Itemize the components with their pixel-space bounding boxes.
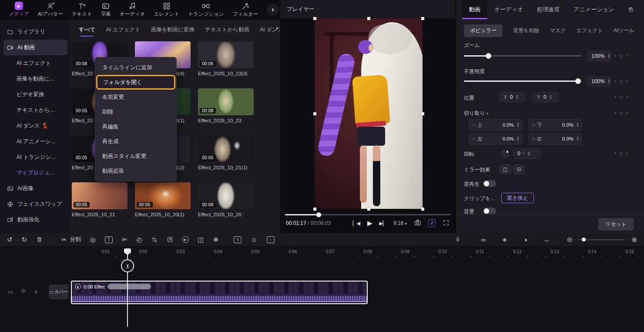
next-frame-button[interactable]: ▶▏ — [379, 221, 386, 226]
crop-keyframe-controls[interactable]: ‹◇› — [614, 110, 627, 116]
sidebar-item-image-to-video[interactable]: 画像を動画に... — [3, 71, 67, 87]
freeze-frame-icon[interactable]: ❄ — [213, 236, 219, 244]
rotate-value[interactable]: 0 ° ▲▼ — [513, 148, 540, 159]
tab-animation[interactable]: アニメーション — [567, 0, 621, 19]
tab-all[interactable]: すべて — [79, 26, 95, 34]
nav-elements[interactable]: エレメント — [149, 2, 184, 17]
sidebar-item-my-projects[interactable]: マイプロジェ... — [3, 165, 67, 181]
ripple-delete-icon[interactable]: ✄ — [122, 236, 127, 244]
nav-media[interactable]: ▶ メディア — [4, 2, 34, 17]
selection-handle[interactable] — [367, 17, 370, 20]
media-item[interactable]: 00:08 Effect_2025_10_20 — [198, 182, 261, 229]
media-item[interactable]: 00:06 Effect_2025_10_23(3) — [198, 41, 261, 88]
crop-icon[interactable] — [151, 237, 158, 243]
sidebar-item-ai-effect[interactable]: AI エフェクト — [3, 55, 67, 71]
rotate-keyframe-controls[interactable]: ‹◇› — [614, 150, 627, 156]
flip-horizontal-icon[interactable]: ◫ — [500, 164, 511, 174]
stepper-icon[interactable]: ▲▼ — [517, 136, 520, 141]
crop-left-field[interactable]: □左 0.0%▲▼ — [469, 133, 522, 144]
redo-icon[interactable]: ↻ — [22, 236, 27, 244]
crop-right-field[interactable]: □右 0.0%▲▼ — [529, 133, 582, 144]
menu-item-regenerate[interactable]: 再生成 — [95, 134, 176, 149]
previous-frame-button[interactable]: ▏◀ — [353, 221, 360, 226]
position-keyframe-controls[interactable]: ‹◇› — [614, 94, 627, 100]
media-item[interactable]: 00:08 Effect_2025_10_23 — [198, 88, 261, 135]
target-icon[interactable]: ◎ — [90, 236, 96, 244]
sidebar-item-ai-transition[interactable]: AI トランジシ... — [3, 149, 67, 165]
media-item[interactable]: 00:05 Effect_2025_10_20(1) — [135, 182, 198, 229]
video-preview[interactable] — [315, 18, 423, 209]
export-frame-icon[interactable] — [167, 236, 173, 243]
track-options-icon[interactable]: ▭ — [8, 288, 13, 295]
tab-image-to-video[interactable]: 画像を動画に変換 — [151, 26, 195, 34]
rotate-knob[interactable] — [501, 150, 509, 158]
background-toggle[interactable] — [483, 208, 496, 215]
selection-handle[interactable] — [313, 208, 316, 211]
timeline-ruler[interactable]: 0:01 0:02 0:03 0:04 0:05 0:06 0:07 0:08 … — [0, 247, 644, 257]
delete-icon[interactable] — [36, 236, 43, 243]
subtab-effect[interactable]: エフェクト — [576, 27, 603, 34]
nav-filters[interactable]: フィルター — [228, 2, 263, 17]
nav-transitions[interactable]: トランジション — [184, 2, 228, 17]
chroma-key-icon[interactable]: ◑ — [523, 236, 527, 243]
stepper-icon[interactable]: ▲▼ — [527, 151, 530, 156]
crop-top-field[interactable]: □上 0.0%▲▼ — [469, 119, 522, 131]
crop-label[interactable]: 切り取り ▾ — [464, 110, 488, 117]
split-button[interactable]: ✂分割 — [61, 236, 81, 244]
tabs-more-chevron-icon[interactable]: › — [276, 24, 278, 31]
stepper-icon[interactable]: ▲▼ — [576, 122, 579, 127]
grid-overlay-icon[interactable]: # — [428, 219, 436, 227]
tab-text-to-video[interactable]: テキストから動画 — [205, 26, 249, 34]
sidebar-item-ai-dance[interactable]: AI ダンス 💃 — [3, 118, 67, 134]
crop-bottom-field[interactable]: □下 0.0%▲▼ — [529, 119, 582, 131]
marker-tool-icon[interactable]: t — [234, 236, 242, 243]
replace-button[interactable]: 置き換え — [501, 193, 534, 203]
mute-track-icon[interactable]: ♬ — [34, 288, 39, 295]
split-cursor-icon[interactable]: ✂ — [121, 259, 134, 272]
sidebar-item-video-enhance[interactable]: 動画強化 — [3, 212, 67, 228]
selection-handle[interactable] — [367, 208, 370, 211]
menu-item-reedit[interactable]: 再編集 — [95, 119, 176, 134]
menu-item-delete[interactable]: 削除 — [95, 104, 176, 119]
toggle-visibility-icon[interactable] — [20, 288, 27, 295]
menu-item-extend-video[interactable]: 動画拡張 — [95, 164, 176, 178]
sidebar-item-text-to-video[interactable]: テキストから... — [3, 102, 67, 118]
selection-handle[interactable] — [421, 112, 424, 115]
tab-video[interactable]: 動画 — [462, 0, 487, 19]
stepper-icon[interactable]: ▲▼ — [607, 54, 610, 59]
subtab-mask[interactable]: マスク — [550, 27, 566, 34]
link-icon[interactable]: ∞ — [481, 236, 486, 243]
speed-icon[interactable]: ◴ — [136, 236, 142, 244]
stepper-icon[interactable]: ▲▼ — [607, 79, 610, 84]
mirror-tool-icon[interactable]: ◫ — [198, 236, 204, 244]
sidebar-item-video-convert[interactable]: ビデオ変換 — [3, 87, 67, 102]
menu-item-open-folder[interactable]: フォルダを開く — [96, 75, 175, 90]
timeline-clip[interactable]: ▶ 0:08 Effec — [71, 281, 368, 304]
position-x-field[interactable]: X 0▲▼ — [500, 92, 525, 102]
selection-handle[interactable] — [313, 17, 316, 20]
fullscreen-icon[interactable] — [443, 219, 449, 228]
render-preview-icon[interactable]: ∗ — [502, 236, 507, 244]
nav-audio[interactable]: オーディオ — [115, 2, 150, 17]
undo-icon[interactable]: ↺ — [7, 236, 13, 244]
snapshot-camera-icon[interactable] — [414, 219, 421, 228]
nav-text[interactable]: テキスト — [67, 2, 97, 17]
play-button[interactable]: ▶ — [367, 219, 372, 227]
zoom-keyframe-controls[interactable]: ‹◇› — [614, 53, 627, 59]
menu-item-change-video-style[interactable]: 動画スタイル変更 — [95, 149, 176, 164]
nav-ai-avatar[interactable]: AIアバター — [34, 2, 67, 17]
subtab-remove-background[interactable]: 背景を削除 — [513, 27, 539, 34]
aspect-ratio-select[interactable]: 9:16 ▾ — [393, 220, 407, 226]
tab-speed[interactable]: 処理速度 — [530, 0, 567, 19]
stepper-icon[interactable]: ▲▼ — [516, 94, 519, 100]
opacity-value[interactable]: 100%▲▼ — [587, 76, 611, 87]
avatar-tool-icon[interactable]: ☺ — [251, 236, 257, 243]
selection-handle[interactable] — [421, 208, 424, 211]
zoom-value[interactable]: 100%▲▼ — [587, 51, 611, 61]
tab-ai-effect[interactable]: AI エフェクト — [106, 26, 140, 34]
zoom-out-icon[interactable]: ⊖ — [567, 236, 573, 244]
export-clip-icon[interactable]: ↑ — [267, 236, 275, 243]
voiceover-mic-icon[interactable] — [455, 236, 461, 243]
reverse-toggle[interactable] — [483, 180, 496, 187]
stepper-icon[interactable]: ▲▼ — [549, 94, 552, 100]
